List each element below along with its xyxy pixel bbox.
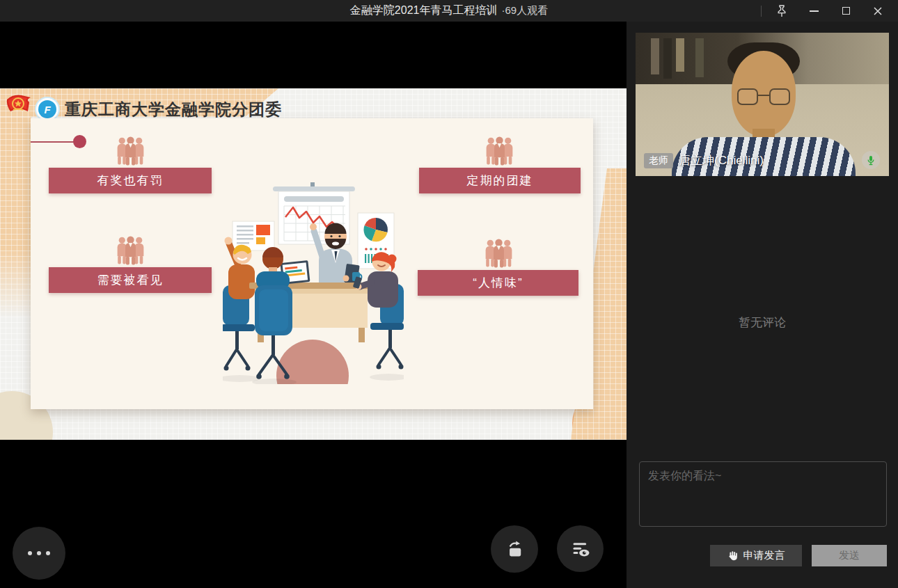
deco-dot [73, 135, 86, 148]
people-group-icon [115, 136, 146, 166]
request-speak-label: 申请发言 [743, 549, 785, 562]
feature-label-human-touch: “人情味” [418, 270, 578, 296]
pin-button[interactable] [766, 0, 798, 22]
close-icon [873, 6, 883, 16]
ellipsis-icon [28, 551, 32, 555]
request-speak-button[interactable]: 申请发言 [710, 545, 802, 566]
speaker-nameplate: 老师 唐立坤(Chiellini) [644, 152, 764, 168]
divider [761, 6, 762, 17]
close-button[interactable] [862, 0, 894, 22]
pin-icon [775, 4, 789, 18]
more-options-button[interactable] [13, 527, 65, 580]
feature-label-be-seen: 需要被看见 [49, 267, 212, 293]
titlebar: 金融学院2021年青马工程培训 ·69人观看 [0, 0, 898, 22]
meeting-illustration [223, 181, 404, 384]
send-label: 发送 [839, 549, 860, 562]
people-group-icon [484, 136, 515, 166]
maximize-button[interactable] [830, 0, 862, 22]
window-title: 金融学院2021年青马工程培训 [350, 3, 498, 18]
window-controls [761, 0, 894, 22]
microphone-icon [866, 155, 876, 166]
people-group-icon [483, 239, 514, 268]
speaker-glasses [737, 88, 791, 106]
mic-indicator[interactable] [862, 151, 880, 169]
minimize-button[interactable] [798, 0, 830, 22]
speaker-video[interactable]: 老师 唐立坤(Chiellini) [636, 33, 889, 176]
viewer-count: ·69人观看 [501, 4, 548, 17]
send-button[interactable]: 发送 [812, 545, 887, 566]
shared-screen-slide: F 重庆工商大学金融学院分团委 有奖也有罚 定期的团建 需要被看见 “人情味” [0, 88, 627, 440]
rotate-screen-button[interactable] [491, 525, 538, 573]
rotate-screen-icon [504, 539, 525, 559]
maximize-icon [842, 7, 850, 15]
comment-list-eye-icon [571, 539, 590, 559]
speaker-name: 唐立坤(Chiellini) [679, 152, 764, 168]
slide-card: 有奖也有罚 定期的团建 需要被看见 “人情味” [31, 118, 593, 409]
feature-label-reward: 有奖也有罚 [49, 168, 212, 193]
video-stage: F 重庆工商大学金融学院分团委 有奖也有罚 定期的团建 需要被看见 “人情味” [0, 22, 627, 588]
feature-label-teambuilding: 定期的团建 [419, 168, 581, 193]
deco-peach-left [0, 88, 31, 318]
comment-toggle-button[interactable] [557, 525, 604, 572]
slide-org-title: 重庆工商大学金融学院分团委 [65, 99, 282, 120]
role-badge: 老师 [644, 153, 673, 168]
raised-hand-icon [727, 550, 739, 562]
comment-input[interactable] [639, 461, 887, 527]
empty-comments-text: 暂无评论 [627, 315, 898, 331]
sidebar: 老师 唐立坤(Chiellini) 暂无评论 申请发言 发送 [627, 22, 898, 588]
live-class-window: 金融学院2021年青马工程培训 ·69人观看 [0, 0, 898, 588]
minimize-icon [810, 10, 819, 12]
youth-league-badge-icon [5, 93, 33, 120]
people-group-icon [115, 236, 146, 265]
deco-line [31, 141, 74, 143]
